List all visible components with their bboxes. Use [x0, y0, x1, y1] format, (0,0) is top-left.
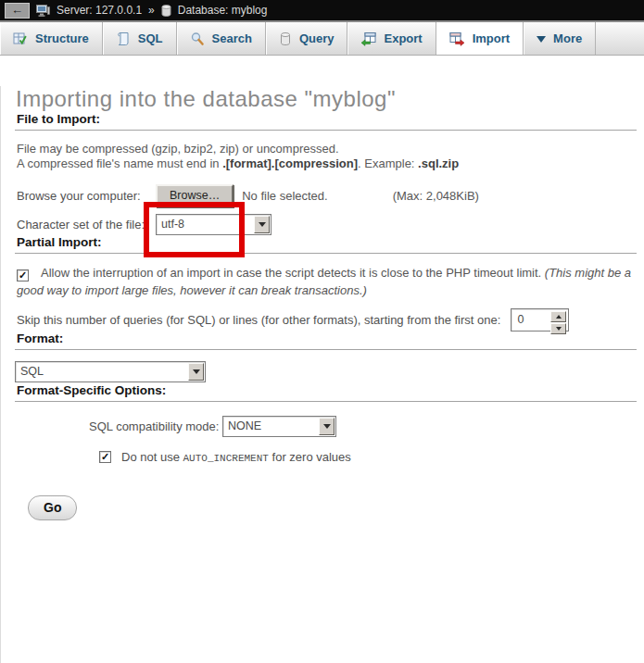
charset-row: Character set of the file: utf-8 [17, 214, 637, 235]
no-file-selected-text: No file selected. [242, 189, 328, 203]
tab-more[interactable]: More [524, 22, 596, 55]
server-breadcrumb-bar: ← Server: 127.0.0.1 » Database: myblog [0, 0, 644, 22]
database-icon [161, 5, 171, 17]
go-button[interactable]: Go [28, 495, 77, 520]
page-title: Importing into the database "myblog" [16, 86, 637, 112]
charset-label: Character set of the file: [17, 218, 156, 231]
tab-label: More [553, 31, 582, 45]
format-selected-value: SQL [16, 362, 187, 382]
chevron-down-icon[interactable] [254, 216, 270, 233]
server-icon [36, 5, 50, 17]
file-compression-note: File may be compressed (gzip, bzip2, zip… [17, 142, 637, 171]
tab-bar: Structure SQL Search Query Export Import… [0, 22, 644, 56]
charset-selected-value: utf-8 [157, 215, 253, 234]
back-button[interactable]: ← [5, 3, 30, 19]
spinner-up-icon[interactable] [550, 311, 566, 322]
check-icon: ✓ [100, 452, 110, 462]
breadcrumb-server-link[interactable]: Server: 127.0.0.1 [57, 4, 142, 17]
breadcrumb-database-link[interactable]: Database: myblog [178, 4, 268, 17]
chevron-down-icon[interactable] [188, 363, 204, 381]
tab-sql[interactable]: SQL [103, 22, 177, 55]
tab-search[interactable]: Search [177, 22, 266, 55]
spinner-down-icon[interactable] [550, 323, 566, 334]
query-icon [279, 31, 292, 46]
import-page: Importing into the database "myblog" Fil… [0, 86, 644, 663]
skip-queries-label: Skip this number of queries (for SQL) or… [17, 313, 500, 327]
chevron-down-icon [537, 36, 546, 47]
browse-button[interactable]: Browse… [156, 184, 234, 207]
tab-import[interactable]: Import [436, 22, 524, 55]
tab-label: Structure [35, 31, 89, 45]
section-heading-file-to-import: File to Import: [15, 112, 637, 131]
allow-interruption-label: Allow the interruption of an import in c… [41, 266, 545, 280]
chevron-down-icon[interactable] [319, 418, 335, 435]
export-icon [360, 31, 376, 46]
skip-queries-row: Skip this number of queries (for SQL) or… [17, 307, 637, 332]
tab-label: Import [473, 31, 510, 45]
sql-icon [116, 31, 131, 46]
max-upload-size: (Max: 2,048KiB) [393, 189, 479, 203]
tab-export[interactable]: Export [347, 22, 436, 55]
sql-compatibility-value: NONE [223, 417, 318, 436]
browse-label: Browse your computer: [17, 189, 156, 203]
sql-compatibility-label: SQL compatibility mode: [89, 419, 219, 433]
tab-label: Export [384, 31, 422, 45]
tab-query[interactable]: Query [266, 22, 348, 55]
tab-label: Query [299, 31, 335, 45]
import-icon [449, 31, 465, 46]
check-icon: ✓ [18, 270, 28, 281]
auto-increment-checkbox[interactable]: ✓ [99, 451, 111, 463]
auto-increment-label: Do not use AUTO_INCREMENT for zero value… [121, 450, 351, 464]
section-heading-partial-import: Partial Import: [15, 235, 637, 254]
go-row: Go [15, 495, 637, 520]
section-heading-format: Format: [15, 332, 637, 350]
format-row: SQL [15, 359, 637, 383]
structure-icon [13, 31, 28, 46]
tab-label: SQL [138, 31, 163, 45]
section-heading-format-specific-options: Format-Specific Options: [15, 383, 637, 402]
search-icon [190, 31, 205, 46]
tab-label: Search [212, 31, 252, 45]
skip-queries-value: 0 [511, 309, 549, 331]
tab-structure[interactable]: Structure [0, 22, 103, 55]
charset-select[interactable]: utf-8 [156, 214, 271, 235]
breadcrumb-separator: » [148, 4, 155, 17]
sql-compatibility-select[interactable]: NONE [222, 416, 336, 437]
format-select[interactable]: SQL [15, 361, 206, 382]
allow-interruption-row: ✓Allow the interruption of an import in … [17, 264, 637, 299]
browse-file-row: Browse your computer: Browse… No file se… [17, 183, 637, 207]
skip-queries-input[interactable]: 0 [511, 308, 569, 332]
auto-increment-row: ✓ Do not use AUTO_INCREMENT for zero val… [99, 449, 637, 464]
sql-compatibility-row: SQL compatibility mode: NONE [89, 415, 637, 437]
allow-interruption-checkbox[interactable]: ✓ [17, 269, 29, 281]
